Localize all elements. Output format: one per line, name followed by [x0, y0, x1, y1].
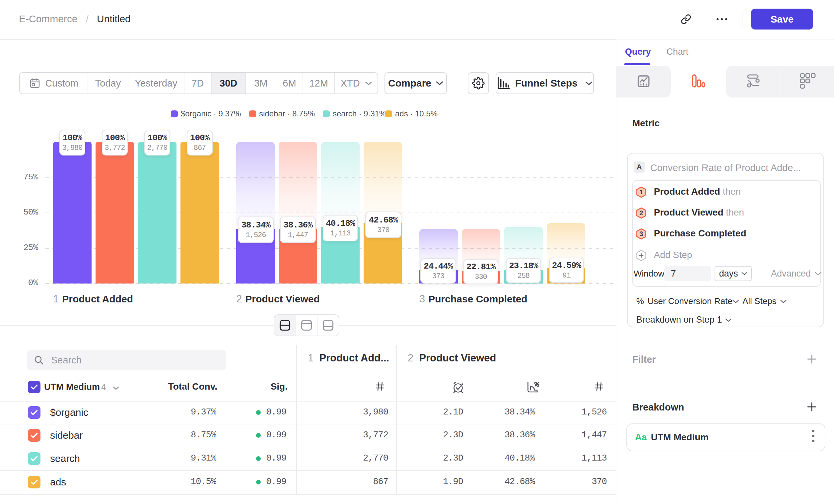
svg-text:2: 2: [639, 209, 643, 216]
svg-text:3: 3: [639, 230, 643, 237]
svg-text:1: 1: [639, 188, 643, 196]
